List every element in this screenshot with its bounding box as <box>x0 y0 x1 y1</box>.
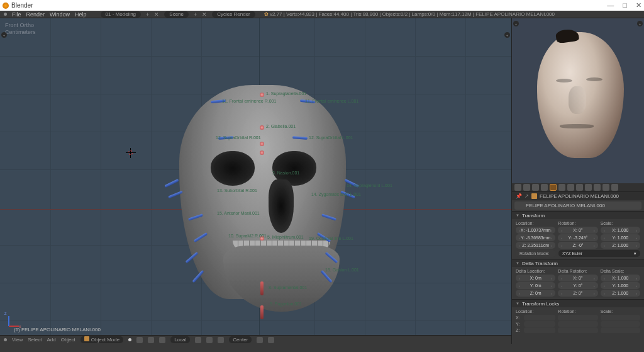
lock-scl-y[interactable] <box>601 321 640 327</box>
viewport-menu-object[interactable]: Object <box>61 337 75 343</box>
tab-texture[interactable] <box>594 184 601 191</box>
3d-viewport[interactable]: Front Ortho Centimeters + + <box>0 18 511 344</box>
selected-object-info: (6) FELIPE APOLINARIO MELANI.000 <box>14 327 101 332</box>
region-toggle-right[interactable]: + <box>637 21 643 26</box>
snap-icon[interactable] <box>159 337 165 343</box>
landmark-label: 12. SupraOrbital L.001 <box>309 135 353 140</box>
lock-rot-z[interactable] <box>558 327 597 333</box>
lock-loc-z[interactable] <box>524 327 555 333</box>
landmark-pin[interactable] <box>164 179 179 188</box>
manipulator-icon[interactable] <box>195 337 201 343</box>
rotation-y-field[interactable]: ‹Y: -3.249°› <box>558 234 597 241</box>
tab-physics[interactable] <box>611 184 618 191</box>
lock-rot-x[interactable] <box>558 315 597 321</box>
tab-object[interactable] <box>550 184 557 191</box>
landmark-dot[interactable] <box>260 93 264 97</box>
region-toggle-left[interactable]: + <box>513 21 519 26</box>
region-toggle-right[interactable]: + <box>504 32 510 38</box>
close-button[interactable]: ✕ <box>636 1 641 9</box>
snap-element-icon[interactable] <box>218 337 224 343</box>
object-name-field[interactable]: FELIPE APOLINARIO MELANI.000 <box>514 202 641 210</box>
delta-loc-z-field[interactable]: ‹Z: 0m› <box>516 290 555 297</box>
landmark-bar[interactable] <box>260 305 264 319</box>
viewport-menu-view[interactable]: View <box>12 337 23 343</box>
render-preview-icon[interactable] <box>257 337 263 343</box>
location-y-field[interactable]: ‹Y: -8.36983mm› <box>516 234 555 241</box>
scene-remove-button[interactable]: ✕ <box>202 11 207 18</box>
location-z-field[interactable]: ‹Z: 2.35111cm› <box>516 242 555 249</box>
layers-icon[interactable] <box>148 337 154 343</box>
tab-modifiers[interactable] <box>567 184 574 191</box>
viewport-menu-select[interactable]: Select <box>28 337 42 343</box>
scale-x-field[interactable]: ‹X: 1.000› <box>601 227 640 234</box>
tab-scene[interactable] <box>532 184 539 191</box>
delta-loc-y-field[interactable]: ‹Y: 0m› <box>516 282 555 289</box>
menu-help[interactable]: Help <box>75 11 87 18</box>
snap-target-selector[interactable]: Center <box>229 336 252 343</box>
delta-loc-x-field[interactable]: ‹X: 0m› <box>516 275 555 281</box>
tab-render-layers[interactable] <box>523 184 530 191</box>
properties-tabs <box>512 183 644 192</box>
menu-render[interactable]: Render <box>26 11 45 18</box>
secondary-3d-viewport[interactable]: + + <box>511 18 644 183</box>
lock-loc-x[interactable] <box>524 315 555 321</box>
viewport-menu-add[interactable]: Add <box>47 337 55 343</box>
lock-scl-z[interactable] <box>601 327 640 333</box>
delta-scl-z-field[interactable]: ‹Z: 1.000› <box>601 290 640 297</box>
scale-z-field[interactable]: ‹Z: 1.000› <box>601 242 640 249</box>
tab-render[interactable] <box>514 184 521 191</box>
pin-icon[interactable]: 📌 <box>516 193 522 199</box>
chain-icon[interactable]: ↗ <box>525 193 529 199</box>
maximize-button[interactable]: □ <box>623 1 627 9</box>
delta-scl-x-field[interactable]: ‹X: 1.000› <box>601 275 640 281</box>
scene-selector[interactable]: Scene <box>164 11 189 18</box>
delta-rot-y-field[interactable]: ‹Y: 0°› <box>558 282 597 289</box>
lock-loc-y[interactable] <box>524 321 555 327</box>
delta-scl-y-field[interactable]: ‹Y: 1.000› <box>601 282 640 289</box>
tab-constraints[interactable] <box>558 184 565 191</box>
landmark-bar[interactable] <box>260 281 264 295</box>
view-info: Front Ortho Centimeters <box>5 22 36 36</box>
scale-y-field[interactable]: ‹Y: 1.000› <box>601 234 640 241</box>
layout-selector[interactable]: 01 - Modeling <box>101 11 141 18</box>
properties-breadcrumb: 📌 ↗ FELIPE APOLINARIO MELANI.000 <box>512 192 644 200</box>
landmark-dot[interactable] <box>260 125 264 130</box>
delta-rot-x-field[interactable]: ‹X: 0°› <box>558 275 597 281</box>
editor-type-icon[interactable] <box>4 13 7 16</box>
tab-data[interactable] <box>576 184 583 191</box>
panel-delta-header[interactable]: Delta Transform <box>512 259 644 267</box>
landmark-dot[interactable] <box>260 142 264 146</box>
shading-mode-icon[interactable] <box>128 338 131 341</box>
mode-selector[interactable]: Object Mode <box>80 336 123 343</box>
delta-rot-z-field[interactable]: ‹Z: 0°› <box>558 290 597 297</box>
layout-add-button[interactable]: + <box>146 11 149 18</box>
rotation-z-field[interactable]: ‹Z: -0°› <box>558 242 597 249</box>
title-bar: Blender — □ ✕ <box>0 0 644 11</box>
tab-material[interactable] <box>585 184 592 191</box>
landmark-dot[interactable] <box>260 150 264 155</box>
lock-rot-y[interactable] <box>558 321 597 327</box>
gpencil-icon[interactable] <box>268 337 274 343</box>
panel-locks-header[interactable]: Transform Locks <box>512 299 644 307</box>
minimize-button[interactable]: — <box>607 1 614 9</box>
editor-type-icon[interactable] <box>4 338 7 341</box>
rotation-x-field[interactable]: ‹X: 0°› <box>558 227 597 234</box>
menu-file[interactable]: File <box>12 11 21 18</box>
tab-world[interactable] <box>541 184 548 191</box>
lock-scl-x[interactable] <box>601 315 640 321</box>
region-toggle-left[interactable]: + <box>1 32 7 38</box>
location-x-field[interactable]: ‹X: -1.00737mm› <box>516 227 555 234</box>
proportional-icon[interactable] <box>206 337 213 343</box>
rotation-mode-dropdown[interactable]: XYZ Euler▾ <box>558 250 640 257</box>
render-engine-selector[interactable]: Cycles Render <box>212 11 255 18</box>
face-reconstruction-object[interactable] <box>525 28 631 173</box>
skull-object[interactable]: 1. Supraglabella.001 11. Frontal eminenc… <box>160 67 368 326</box>
orientation-selector[interactable]: Local <box>170 336 190 343</box>
menu-window[interactable]: Window <box>50 11 70 18</box>
landmark-label: 18. Gonion L.001 <box>325 268 359 272</box>
panel-transform-header[interactable]: Transform <box>512 211 644 219</box>
pivot-icon[interactable] <box>136 337 143 343</box>
scene-add-button[interactable]: + <box>194 11 197 18</box>
tab-particles[interactable] <box>602 184 609 191</box>
layout-remove-button[interactable]: ✕ <box>154 11 159 18</box>
